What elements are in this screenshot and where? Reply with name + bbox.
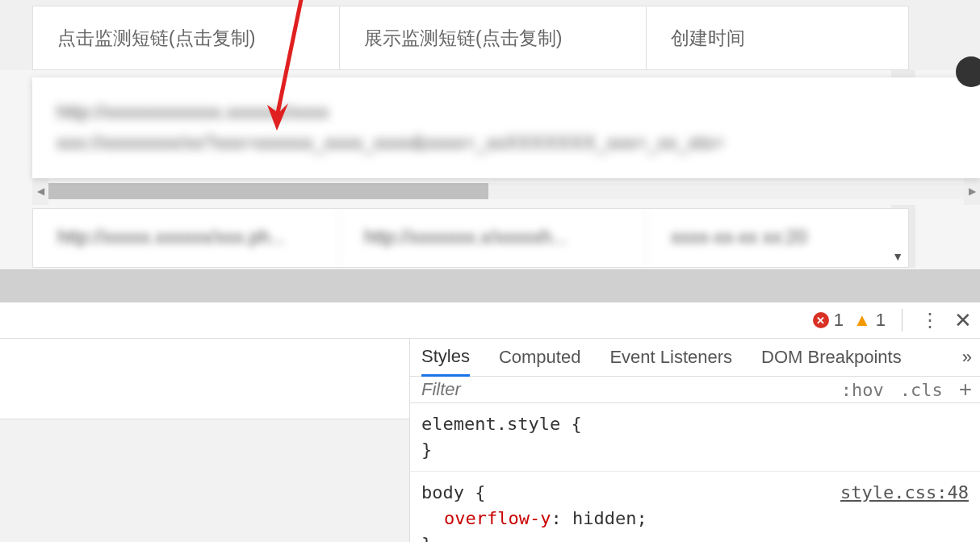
scroll-track[interactable] — [48, 183, 964, 199]
devtools-body: Styles Computed Event Listeners DOM Brea… — [0, 339, 980, 542]
css-rule-element-style[interactable]: element.style { } — [410, 403, 980, 472]
table-header-click-link[interactable]: 点击监测短链(点击复制) — [33, 6, 340, 69]
tooltip-line2: xxx://xxxxxxxx/xx?xxx=xxxxxx_xxxx_xxxx&x… — [57, 127, 956, 158]
tabs-expand-button[interactable]: » — [962, 347, 980, 368]
scroll-left-button[interactable]: ◀ — [32, 177, 48, 205]
tooltip-popup: http://xxxxxxxxxxxx.xxxxxx/xxxx xxx://xx… — [32, 77, 980, 178]
kebab-menu-icon[interactable]: ⋮ — [914, 309, 946, 331]
devtools-toolbar: ✕ 1 ▲ 1 ⋮ ✕ — [0, 302, 980, 339]
error-icon[interactable]: ✕ — [813, 312, 829, 328]
table-header-create-time[interactable]: 创建时间 — [647, 6, 908, 69]
warning-count[interactable]: 1 — [876, 310, 886, 331]
close-icon[interactable]: ✕ — [951, 308, 975, 333]
css-close-brace: } — [421, 440, 432, 460]
tab-computed[interactable]: Computed — [499, 340, 581, 375]
add-rule-button[interactable]: + — [951, 377, 980, 402]
scroll-thumb-horizontal[interactable] — [48, 183, 488, 199]
devtools-panel: ✕ 1 ▲ 1 ⋮ ✕ Styles Computed Event Listen… — [0, 302, 980, 542]
styles-panel: Styles Computed Event Listeners DOM Brea… — [410, 339, 980, 542]
tooltip-line1: http://xxxxxxxxxxxx.xxxxxx/xxxx — [57, 97, 956, 127]
css-property[interactable]: overflow-y — [444, 508, 551, 528]
upper-pane: 点击监测短链(点击复制) 展示监测短链(点击复制) 创建时间 http://xx… — [0, 0, 980, 270]
warning-icon[interactable]: ▲ — [853, 310, 871, 331]
table-container: 点击监测短链(点击复制) 展示监测短链(点击复制) 创建时间 — [0, 0, 980, 70]
table-header-row: 点击监测短链(点击复制) 展示监测短链(点击复制) 创建时间 — [32, 6, 909, 70]
cell-create-time: xxxx-xx-xx xx:20 — [647, 209, 908, 267]
tab-dom-breakpoints[interactable]: DOM Breakpoints — [761, 340, 902, 375]
css-close-brace: } — [421, 534, 432, 542]
pane-divider[interactable] — [0, 270, 980, 302]
cell-display-link[interactable]: http://xxxxxxx.x/xxxxxh... — [340, 209, 647, 267]
css-selector[interactable]: element.style { — [421, 414, 582, 434]
toolbar-divider — [902, 309, 903, 331]
styles-tabs: Styles Computed Event Listeners DOM Brea… — [410, 339, 980, 377]
elements-row[interactable] — [0, 339, 409, 419]
table-header-display-link[interactable]: 展示监测短链(点击复制) — [340, 6, 647, 69]
elements-fill — [0, 419, 409, 542]
filter-input[interactable] — [410, 377, 833, 402]
error-count[interactable]: 1 — [834, 310, 844, 331]
horizontal-scrollbar[interactable]: ◀ ▶ — [32, 177, 980, 205]
css-selector-body[interactable]: body { — [421, 482, 485, 502]
tab-styles[interactable]: Styles — [421, 339, 470, 377]
css-value[interactable]: hidden — [572, 508, 636, 528]
table-row[interactable]: http://xxxxx.xxxxxx/xxx.ph... http://xxx… — [32, 208, 909, 268]
tab-event-listeners[interactable]: Event Listeners — [609, 340, 732, 375]
dropdown-caret-icon[interactable]: ▼ — [892, 250, 903, 263]
floating-action-button[interactable] — [956, 56, 980, 87]
hov-toggle[interactable]: :hov — [833, 380, 892, 400]
scroll-right-button[interactable]: ▶ — [964, 177, 980, 205]
css-source-link[interactable]: style.css:48 — [840, 480, 969, 506]
cls-toggle[interactable]: .cls — [892, 380, 951, 400]
cell-click-link[interactable]: http://xxxxx.xxxxxx/xxx.ph... — [33, 209, 340, 267]
filter-row: :hov .cls + — [410, 377, 980, 403]
elements-tree-panel[interactable] — [0, 339, 410, 542]
css-rule-body[interactable]: style.css:48 body { overflow-y: hidden; … — [410, 472, 980, 542]
